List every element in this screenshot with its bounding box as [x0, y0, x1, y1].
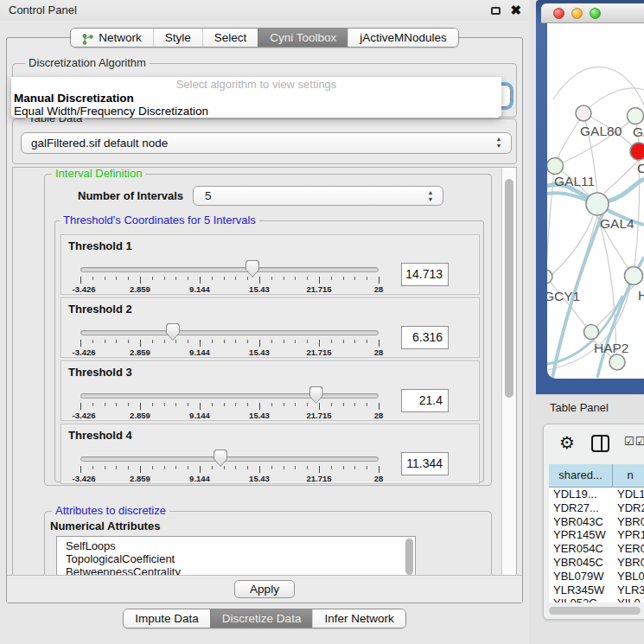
network-node[interactable]	[576, 105, 591, 121]
cell-name[interactable]: YIL0	[613, 596, 644, 603]
cell-shared-name[interactable]: YER054C	[549, 542, 613, 556]
table-horizontal-scrollbar[interactable]	[549, 607, 644, 615]
cell-name[interactable]: YBR0	[613, 556, 644, 570]
table-data-combobox[interactable]: galFiltered.sif default node ▲▼	[21, 132, 512, 154]
threshold-label: Threshold 1	[68, 239, 132, 252]
network-node[interactable]	[547, 158, 564, 175]
list-item[interactable]: SelfLoops	[57, 537, 415, 552]
apply-button[interactable]: Apply	[234, 580, 295, 598]
cell-shared-name[interactable]: YLR345W	[549, 583, 613, 597]
settings-vertical-scrollbar[interactable]	[501, 168, 516, 575]
slider-thumb[interactable]	[309, 386, 323, 404]
scrollbar-thumb[interactable]	[505, 179, 513, 398]
cell-name[interactable]: YER0	[613, 542, 644, 556]
tick-label: 2.859	[130, 411, 150, 420]
threshold-value-field[interactable]: 21.4	[401, 389, 449, 412]
cell-name[interactable]: YDL1	[613, 488, 644, 501]
tab-cyni-toolbox[interactable]: Cyni Toolbox	[258, 29, 348, 47]
numerical-attributes-list[interactable]: SelfLoops TopologicalCoefficient Between…	[56, 536, 416, 576]
column-header-name[interactable]: n	[613, 464, 644, 487]
cell-name[interactable]: YDR2	[613, 501, 644, 515]
table-row[interactable]: YPR145WYPR1	[549, 528, 644, 542]
network-node[interactable]	[547, 270, 552, 284]
table-row[interactable]: YIL052CYIL0	[549, 596, 644, 603]
threshold-slider[interactable]	[80, 328, 379, 337]
network-node[interactable]	[584, 325, 599, 340]
threshold-value-field[interactable]: 14.713	[401, 263, 449, 286]
slider-track[interactable]	[80, 456, 379, 462]
zoom-traffic-light-icon[interactable]	[590, 8, 601, 19]
threshold-value-field[interactable]: 6.316	[401, 326, 449, 349]
list-item[interactable]: TopologicalCoefficient	[57, 552, 415, 565]
table-row[interactable]: YDR27...YDR2	[549, 501, 644, 515]
network-canvas[interactable]: GAL80GACGAL11GAL4HGCY1HAP2	[547, 23, 644, 379]
threshold-label: Threshold 2	[68, 303, 132, 316]
table-row[interactable]: YDL19...YDL1	[549, 488, 644, 501]
table-row[interactable]: YBR043CYBR0	[549, 515, 644, 529]
algorithm-option-equal-width[interactable]: Equal Width/Frequency Discretization	[11, 105, 501, 118]
network-node[interactable]	[628, 108, 644, 124]
split-columns-icon[interactable]	[591, 435, 609, 452]
control-panel-tabs: Network Style Select Cyni Toolbox jActiv…	[70, 28, 459, 48]
select-columns-icons[interactable]: ☑☑	[624, 435, 644, 448]
scrollbar-thumb[interactable]	[549, 607, 641, 615]
number-of-intervals-spinner[interactable]: 5 ▲▼	[193, 186, 443, 206]
list-scrollbar[interactable]	[405, 539, 413, 575]
slider-track[interactable]	[80, 330, 379, 335]
cell-shared-name[interactable]: YBR043C	[549, 515, 613, 529]
tick-mark	[175, 403, 176, 406]
network-node[interactable]	[625, 267, 643, 285]
tick-mark	[152, 403, 153, 406]
cell-shared-name[interactable]: YDR27...	[549, 501, 613, 515]
table-row[interactable]: YLR345WYLR3	[549, 583, 644, 597]
cell-shared-name[interactable]: YBL079W	[549, 570, 613, 583]
tab-discretize-data[interactable]: Discretize Data	[210, 609, 313, 628]
tick-mark	[331, 277, 332, 280]
table-row[interactable]: YBR045CYBR0	[549, 556, 644, 570]
cell-shared-name[interactable]: YDL19...	[549, 488, 613, 501]
close-traffic-light-icon[interactable]	[553, 8, 564, 19]
network-edge[interactable]	[603, 160, 639, 195]
cell-name[interactable]: YBR0	[613, 515, 644, 529]
slider-thumb[interactable]	[214, 450, 227, 467]
cell-name[interactable]: YPR1	[613, 528, 644, 542]
column-header-shared-name[interactable]: shared...	[549, 464, 613, 487]
tick-label: 15.43	[249, 284, 270, 294]
tab-select[interactable]: Select	[202, 29, 258, 47]
tick-label: -3.426	[73, 284, 96, 294]
network-edge[interactable]	[634, 160, 640, 266]
threshold-value-field[interactable]: 11.344	[401, 452, 449, 475]
threshold-slider[interactable]	[80, 392, 379, 400]
network-node[interactable]	[609, 354, 625, 370]
table-row[interactable]: YBL079WYBL0	[549, 570, 644, 583]
tab-impute-data[interactable]: Impute Data	[124, 609, 210, 628]
network-edge[interactable]	[547, 216, 593, 278]
slider-thumb[interactable]	[245, 260, 259, 277]
float-window-icon[interactable]	[491, 7, 501, 15]
cell-shared-name[interactable]: YPR145W	[549, 528, 613, 542]
tab-infer-network[interactable]: Infer Network	[312, 609, 405, 628]
tab-jactivemnodules[interactable]: jActiveMNodules	[348, 29, 458, 47]
threshold-slider[interactable]	[80, 455, 379, 463]
tab-style[interactable]: Style	[153, 29, 202, 47]
threshold-slider[interactable]	[80, 265, 379, 274]
tab-network[interactable]: Network	[71, 29, 153, 47]
cell-shared-name[interactable]: YBR045C	[549, 556, 613, 570]
spinner-arrows-icon[interactable]: ▲▼	[426, 189, 435, 203]
gear-icon[interactable]: ⚙	[559, 432, 575, 453]
close-icon[interactable]: ✖	[510, 2, 521, 19]
minimize-traffic-light-icon[interactable]	[571, 8, 583, 19]
network-node[interactable]	[630, 143, 644, 160]
slider-thumb[interactable]	[166, 323, 180, 341]
algorithm-option-manual[interactable]: Manual Discretization	[11, 92, 501, 105]
table-row[interactable]: YER054CYER0	[549, 542, 644, 556]
slider-tick-labels: -3.4262.8599.14415.4321.71528	[80, 284, 379, 293]
slider-track[interactable]	[80, 393, 379, 399]
tick-label: 2.859	[130, 284, 150, 294]
slider-track[interactable]	[80, 267, 379, 272]
cell-name[interactable]: YBL0	[613, 570, 644, 583]
cell-name[interactable]: YLR3	[613, 583, 644, 597]
network-node[interactable]	[586, 193, 609, 215]
cell-shared-name[interactable]: YIL052C	[549, 596, 613, 603]
network-window-titlebar[interactable]	[541, 3, 644, 23]
